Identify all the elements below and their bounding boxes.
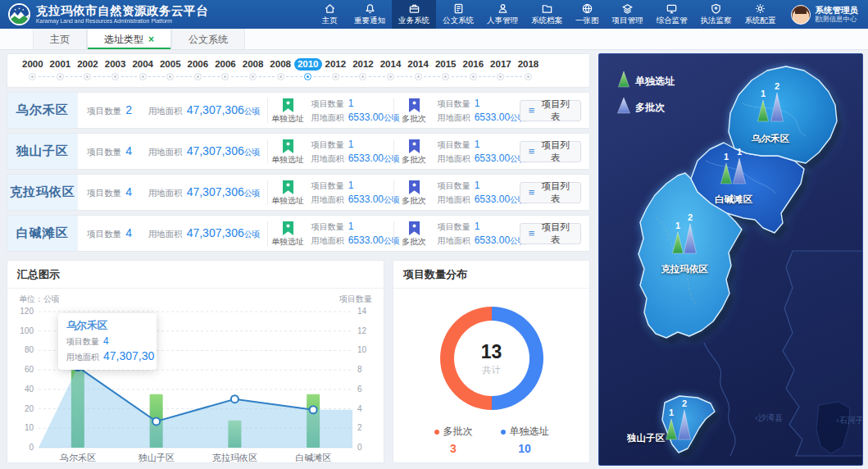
project-list-button[interactable]: ≡项目列表 (520, 182, 581, 203)
year-label[interactable]: 2014 (377, 58, 405, 71)
right-axis-label: 项目数量 (339, 294, 372, 305)
year-2010[interactable]: 2010 (294, 58, 322, 82)
year-2017[interactable]: 2017 (487, 58, 515, 82)
year-2003[interactable]: 2003 (102, 58, 130, 82)
year-label[interactable]: 2008 (266, 58, 294, 71)
year-dot[interactable] (415, 73, 422, 80)
year-2006[interactable]: 2006 (184, 58, 212, 82)
year-dot[interactable] (111, 73, 119, 80)
year-2000[interactable]: 2000 (19, 58, 47, 82)
year-label[interactable]: 2000 (19, 58, 47, 71)
year-label[interactable]: 2012 (349, 58, 377, 71)
year-2012[interactable]: 2012 (349, 58, 377, 82)
year-dot[interactable] (57, 73, 64, 80)
district-project-count: 2 (125, 103, 132, 116)
year-label[interactable]: 2008 (239, 58, 267, 71)
year-label[interactable]: 2005 (157, 58, 184, 71)
close-icon[interactable]: × (148, 34, 154, 44)
year-2005[interactable]: 2005 (157, 58, 184, 82)
year-label[interactable]: 2016 (460, 58, 488, 71)
year-2016[interactable]: 2016 (460, 58, 488, 82)
year-2014[interactable]: 2014 (377, 58, 405, 82)
nav-shield[interactable]: 执法监察 (694, 0, 738, 29)
multi-batch-value: 3 (450, 442, 457, 455)
year-label[interactable]: 2002 (74, 58, 102, 71)
nav-briefcase[interactable]: 业务系统 (392, 0, 436, 29)
year-dot[interactable] (166, 73, 174, 80)
year-2006[interactable]: 2006 (211, 58, 239, 82)
year-label[interactable]: 2003 (102, 58, 130, 71)
year-label[interactable]: 2001 (47, 58, 75, 71)
year-dot[interactable] (359, 73, 366, 80)
year-2008[interactable]: 2008 (266, 58, 294, 82)
line-point-白碱滩区[interactable] (310, 406, 317, 413)
year-dot[interactable] (387, 73, 394, 80)
year-label[interactable]: 2010 (294, 58, 322, 71)
project-list-button[interactable]: ≡项目列表 (520, 141, 581, 162)
year-label[interactable]: 2004 (129, 58, 157, 71)
year-2014[interactable]: 2014 (404, 58, 432, 82)
svg-text:10: 10 (357, 345, 367, 354)
nav-globe[interactable]: 一张图 (569, 0, 606, 29)
nav-layers[interactable]: 项目管理 (606, 0, 650, 29)
legend-multi-batch[interactable]: 多批次 3 (434, 425, 473, 455)
year-dot[interactable] (139, 73, 147, 80)
nav-home[interactable]: 主页 (311, 0, 348, 29)
year-label[interactable]: 2015 (432, 58, 460, 71)
user-profile[interactable]: 系统管理员 勘测信息中心 (783, 0, 868, 29)
multi-batch-badge: 多批次 (394, 97, 434, 125)
line-point-独山子区[interactable] (152, 417, 160, 425)
nav-person[interactable]: 人事管理 (480, 0, 525, 29)
year-label[interactable]: 2006 (184, 58, 212, 71)
marker-count: 1 (737, 147, 742, 157)
year-dot[interactable] (194, 73, 202, 80)
year-2008[interactable]: 2008 (239, 58, 267, 82)
year-2018[interactable]: 2018 (515, 58, 543, 82)
year-dot[interactable] (332, 73, 339, 80)
nav-monitor[interactable]: 综合监管 (650, 0, 694, 29)
year-dot[interactable] (470, 73, 477, 80)
map-panel[interactable]: 单独选址多批次12乌尔禾区11白碱滩区12克拉玛依区12独山子区‹沙湾县‹石河子 (598, 53, 863, 466)
year-2012[interactable]: 2012 (322, 58, 350, 82)
legend-label: 单独选址 (634, 75, 675, 87)
nav-folder[interactable]: 系统档案 (525, 0, 569, 29)
year-label[interactable]: 2014 (404, 58, 432, 71)
svg-text:60: 60 (25, 365, 34, 374)
year-label[interactable]: 2017 (487, 58, 515, 71)
year-label[interactable]: 2012 (322, 58, 350, 71)
donut-chart[interactable]: 13 共计 (440, 307, 543, 410)
globe-icon (581, 2, 593, 15)
nav-bell[interactable]: 重要通知 (348, 0, 392, 29)
list-icon: ≡ (529, 146, 535, 157)
nav-gear[interactable]: 系统配置 (738, 0, 783, 29)
tab-site-selection-type[interactable]: 选址类型 × (87, 29, 171, 49)
year-2004[interactable]: 2004 (129, 58, 157, 82)
year-2002[interactable]: 2002 (74, 58, 102, 82)
year-dot[interactable] (29, 73, 36, 80)
single-site-marker-icon[interactable] (619, 71, 629, 87)
region-uerhe[interactable] (729, 66, 837, 163)
year-dot[interactable] (221, 73, 229, 80)
year-2001[interactable]: 2001 (47, 58, 75, 82)
year-dot[interactable] (442, 73, 449, 80)
district-land-area: 47,307,306公顷 (187, 103, 261, 117)
year-dot[interactable] (249, 73, 257, 80)
year-dot[interactable] (277, 73, 284, 80)
year-2015[interactable]: 2015 (432, 58, 460, 82)
project-list-button[interactable]: ≡项目列表 (520, 100, 581, 121)
year-dot[interactable] (304, 73, 311, 80)
project-list-button[interactable]: ≡项目列表 (520, 223, 581, 244)
home-icon (324, 2, 336, 15)
year-dot[interactable] (497, 73, 504, 80)
multi-site-marker-icon[interactable] (618, 98, 630, 113)
year-dot[interactable] (525, 73, 532, 80)
nav-doc[interactable]: 公文系统 (436, 0, 480, 29)
year-dot[interactable] (84, 73, 91, 80)
tab-home[interactable]: 主页 (33, 29, 87, 49)
line-point-克拉玛依区[interactable] (231, 395, 239, 403)
year-label[interactable]: 2018 (515, 58, 543, 71)
tab-document-system[interactable]: 公文系统 (171, 29, 245, 49)
year-label[interactable]: 2006 (211, 58, 239, 71)
district-row: 克拉玛依区项目数量4用地面积47,307,306公顷单独选址项目数量1用地面积6… (7, 174, 590, 211)
legend-single-site[interactable]: 单独选址 10 (501, 425, 549, 455)
